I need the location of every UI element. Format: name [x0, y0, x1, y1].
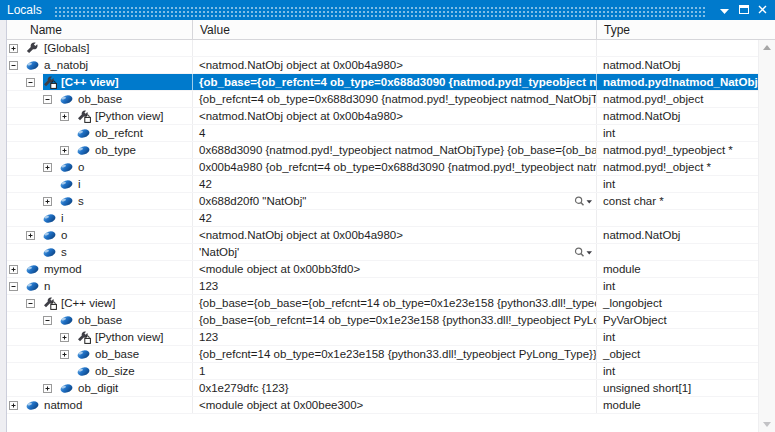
value-cell[interactable]: [193, 40, 597, 56]
vertical-scrollbar[interactable]: [758, 40, 775, 432]
expand-plus-icon[interactable]: [60, 333, 77, 342]
type-cell: natmod.pyd!_typeobject *: [597, 142, 758, 158]
row-highlight-region: mymod: [26, 261, 192, 277]
tree-row[interactable]: o0x00b4a980 {ob_refcnt=4 ob_type=0x688d3…: [7, 159, 758, 176]
python-object-icon: [43, 213, 61, 224]
value-cell[interactable]: {ob_base={ob_base={ob_refcnt=14 ob_type=…: [193, 295, 597, 311]
tree-row[interactable]: i42int: [7, 176, 758, 193]
value-cell[interactable]: 4: [193, 125, 597, 141]
variable-name: ob_base: [78, 93, 122, 105]
collapse-minus-icon[interactable]: [26, 299, 43, 308]
collapse-minus-icon[interactable]: [43, 95, 60, 104]
native-view-lock-icon: [77, 331, 95, 344]
name-cell: n: [7, 278, 193, 294]
expand-plus-icon[interactable]: [60, 112, 77, 121]
collapse-minus-icon[interactable]: [43, 316, 60, 325]
expand-plus-icon[interactable]: [60, 146, 77, 155]
variable-value: 0x688d3090 {natmod.pyd!_typeobject natmo…: [199, 144, 597, 156]
titlebar[interactable]: Locals: [0, 0, 775, 20]
tree-row[interactable]: [Python view]<natmod.NatObj object at 0x…: [7, 108, 758, 125]
magnifier-visualizer-icon[interactable]: [574, 193, 593, 209]
collapse-minus-icon[interactable]: [26, 78, 43, 87]
value-cell[interactable]: {ob_base={ob_refcnt=14 ob_type=0x1e23e15…: [193, 312, 597, 328]
row-highlight-region: ob_digit: [60, 380, 192, 396]
tree-row[interactable]: ob_base{ob_refcnt=4 ob_type=0x688d3090 {…: [7, 91, 758, 108]
name-cell: ob_refcnt: [7, 125, 193, 141]
maximize-button[interactable]: [734, 0, 753, 20]
variable-value: 'NatObj': [199, 246, 239, 258]
type-cell: unsigned short[1]: [597, 380, 758, 396]
collapse-minus-icon[interactable]: [9, 282, 26, 291]
window-title: Locals: [7, 0, 42, 20]
expand-plus-icon[interactable]: [9, 44, 26, 53]
expand-plus-icon[interactable]: [43, 384, 60, 393]
tree-row[interactable]: [C++ view]{ob_base={ob_base={ob_refcnt=1…: [7, 295, 758, 312]
value-cell[interactable]: <module object at 0x00bee300>: [193, 397, 597, 413]
collapse-minus-icon[interactable]: [9, 61, 26, 70]
variable-name: i: [78, 178, 81, 190]
scrollbar-down-arrow-icon[interactable]: [763, 422, 771, 427]
variable-value: 123: [199, 331, 218, 343]
window-position-button[interactable]: [715, 0, 734, 20]
python-object-icon: [26, 60, 44, 71]
tree-row[interactable]: ob_size1int: [7, 363, 758, 380]
close-button[interactable]: [753, 0, 772, 20]
tree-row[interactable]: ob_base{ob_base={ob_refcnt=14 ob_type=0x…: [7, 312, 758, 329]
variable-name: s: [61, 246, 67, 258]
column-header-name: Name: [7, 20, 193, 39]
row-highlight-region: ob_base: [77, 346, 192, 362]
column-header-value: Value: [193, 20, 597, 39]
value-cell[interactable]: 0x1e279dfc {123}: [193, 380, 597, 396]
tree-row[interactable]: s'NatObj': [7, 244, 758, 261]
name-cell: ob_size: [7, 363, 193, 379]
type-cell: int: [597, 176, 758, 192]
tree-row[interactable]: s0x688d20f0 "NatObj"const char *: [7, 193, 758, 210]
row-highlight-region: ob_base: [60, 91, 192, 107]
tree-row[interactable]: i42: [7, 210, 758, 227]
row-highlight-region: [Python view]: [77, 329, 192, 345]
value-cell[interactable]: 0x00b4a980 {ob_refcnt=4 ob_type=0x688d30…: [193, 159, 597, 175]
expand-plus-icon[interactable]: [43, 163, 60, 172]
value-cell[interactable]: {ob_refcnt=14 ob_type=0x1e23e158 {python…: [193, 346, 597, 362]
row-highlight-region: [C++ view]: [43, 74, 192, 90]
variable-name: mymod: [44, 263, 82, 275]
tree-row[interactable]: n123int: [7, 278, 758, 295]
tree-row[interactable]: ob_base{ob_refcnt=14 ob_type=0x1e23e158 …: [7, 346, 758, 363]
value-cell[interactable]: 'NatObj': [193, 244, 597, 260]
tree-row[interactable]: ob_type0x688d3090 {natmod.pyd!_typeobjec…: [7, 142, 758, 159]
value-cell[interactable]: <module object at 0x00bb3fd0>: [193, 261, 597, 277]
expand-plus-icon[interactable]: [9, 265, 26, 274]
value-cell[interactable]: 123: [193, 278, 597, 294]
value-cell[interactable]: 0x688d20f0 "NatObj": [193, 193, 597, 209]
value-cell[interactable]: <natmod.NatObj object at 0x00b4a980>: [193, 57, 597, 73]
row-highlight-region: ob_refcnt: [77, 125, 192, 141]
expand-plus-icon[interactable]: [9, 401, 26, 410]
value-cell[interactable]: 42: [193, 176, 597, 192]
magnifier-visualizer-icon[interactable]: [574, 244, 593, 260]
value-cell[interactable]: 42: [193, 210, 597, 226]
tree-row[interactable]: [Python view]123int: [7, 329, 758, 346]
tree-row[interactable]: natmod<module object at 0x00bee300>modul…: [7, 397, 758, 414]
tree-row[interactable]: mymod<module object at 0x00bb3fd0>module: [7, 261, 758, 278]
value-cell[interactable]: <natmod.NatObj object at 0x00b4a980>: [193, 108, 597, 124]
variable-name: a_natobj: [44, 59, 88, 71]
expand-plus-icon[interactable]: [43, 197, 60, 206]
value-cell[interactable]: {ob_refcnt=4 ob_type=0x688d3090 {natmod.…: [193, 91, 597, 107]
expand-plus-icon[interactable]: [26, 231, 43, 240]
scrollbar-up-arrow-icon[interactable]: [763, 45, 771, 50]
tree-row[interactable]: ob_digit0x1e279dfc {123}unsigned short[1…: [7, 380, 758, 397]
value-cell[interactable]: 0x688d3090 {natmod.pyd!_typeobject natmo…: [193, 142, 597, 158]
variable-value: {ob_base={ob_refcnt=14 ob_type=0x1e23e15…: [199, 314, 597, 326]
variable-value: <natmod.NatObj object at 0x00b4a980>: [199, 110, 403, 122]
tree-row[interactable]: [Globals]: [7, 40, 758, 57]
value-cell[interactable]: <natmod.NatObj object at 0x00b4a980>: [193, 227, 597, 243]
value-cell[interactable]: 1: [193, 363, 597, 379]
tree-row[interactable]: [C++ view]{ob_base={ob_refcnt=4 ob_type=…: [7, 74, 758, 91]
titlebar-grip-dots: [54, 6, 705, 17]
expand-plus-icon[interactable]: [60, 350, 77, 359]
tree-row[interactable]: ob_refcnt4int: [7, 125, 758, 142]
tree-row[interactable]: a_natobj<natmod.NatObj object at 0x00b4a…: [7, 57, 758, 74]
tree-row[interactable]: o<natmod.NatObj object at 0x00b4a980>nat…: [7, 227, 758, 244]
value-cell[interactable]: 123: [193, 329, 597, 345]
value-cell[interactable]: {ob_base={ob_refcnt=4 ob_type=0x688d3090…: [193, 74, 597, 90]
